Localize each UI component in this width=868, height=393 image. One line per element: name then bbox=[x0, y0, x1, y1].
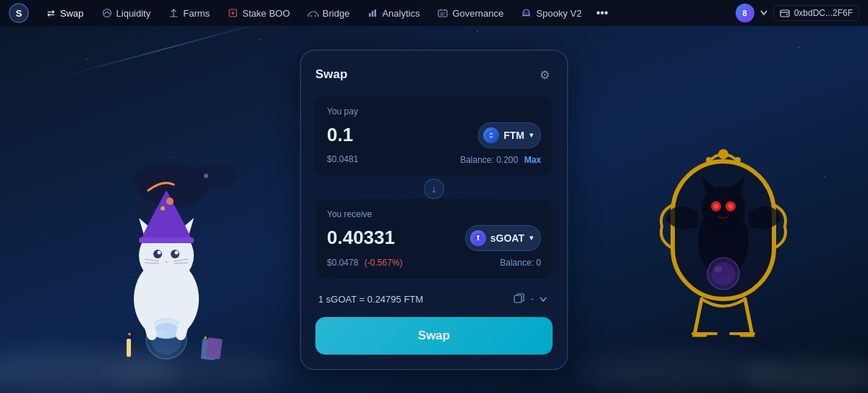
chevron-down-icon bbox=[540, 297, 547, 303]
pay-token-label: FTM bbox=[503, 130, 524, 141]
price-expand-button[interactable] bbox=[537, 292, 550, 306]
swap-card-header: Swap ⚙ bbox=[315, 65, 553, 85]
svg-point-11 bbox=[786, 14, 788, 15]
pay-balance-container: Balance: 0.200 Max bbox=[460, 153, 541, 166]
svg-point-18 bbox=[161, 206, 165, 211]
svg-rect-45 bbox=[514, 295, 522, 303]
swap-card: Swap ⚙ You pay 0.1 FTM ▾ $0.0481 bbox=[300, 50, 568, 370]
price-copy-button[interactable] bbox=[511, 292, 528, 307]
settings-button[interactable]: ⚙ bbox=[537, 65, 553, 85]
svg-rect-6 bbox=[375, 9, 377, 17]
svg-point-12 bbox=[125, 155, 221, 225]
nav-item-farms[interactable]: Farms bbox=[161, 4, 217, 22]
svg-rect-16 bbox=[139, 237, 194, 243]
price-separator: - bbox=[531, 294, 534, 304]
light-trail-deco bbox=[61, 20, 271, 77]
pay-token-box: You pay 0.1 FTM ▾ $0.0481 Balance: 0.200… bbox=[315, 96, 553, 176]
svg-rect-4 bbox=[369, 13, 371, 17]
nav-label-analytics: Analytics bbox=[382, 8, 420, 19]
svg-point-23 bbox=[146, 318, 187, 359]
nav-item-liquidity[interactable]: Liquidity bbox=[94, 4, 158, 22]
svg-rect-27 bbox=[203, 342, 207, 357]
svg-point-24 bbox=[150, 323, 182, 355]
nav-more-button[interactable]: ••• bbox=[592, 5, 613, 21]
nav-right: 8 0xbdDC...2F6F bbox=[736, 4, 859, 22]
max-button[interactable]: Max bbox=[524, 155, 541, 165]
svg-point-39 bbox=[728, 204, 733, 209]
swap-direction-arrow-icon: ↓ bbox=[432, 183, 437, 195]
app-logo[interactable]: S bbox=[9, 3, 29, 23]
nav-label-governance: Governance bbox=[452, 8, 503, 19]
svg-rect-10 bbox=[780, 10, 789, 17]
svg-point-41 bbox=[712, 262, 735, 285]
farms-nav-icon bbox=[168, 7, 179, 19]
receive-token-selector[interactable]: sGOAT ▾ bbox=[465, 225, 541, 251]
svg-point-14 bbox=[134, 259, 199, 339]
swap-card-title: Swap bbox=[315, 67, 347, 82]
pay-balance-value: 0.200 bbox=[496, 155, 518, 165]
pay-token-selector[interactable]: FTM ▾ bbox=[478, 122, 541, 148]
receive-token-row: 0.40331 sGOAT ▾ bbox=[327, 225, 541, 251]
swap-direction-container: ↓ bbox=[315, 179, 553, 199]
liquidity-nav-icon bbox=[101, 7, 113, 19]
nav-label-stake: Stake BOO bbox=[242, 8, 290, 19]
svg-point-42 bbox=[713, 266, 723, 274]
wallet-icon bbox=[780, 8, 790, 18]
gear-icon: ⚙ bbox=[540, 69, 550, 81]
swap-button[interactable]: Swap bbox=[315, 317, 553, 355]
svg-rect-28 bbox=[201, 339, 217, 360]
nav-avatar[interactable]: 8 bbox=[736, 4, 754, 22]
receive-amount[interactable]: 0.40331 bbox=[327, 227, 395, 249]
pay-amount[interactable]: 0.1 bbox=[327, 124, 353, 146]
spooky-nav-icon bbox=[521, 7, 532, 19]
svg-point-20 bbox=[171, 250, 179, 258]
svg-point-31 bbox=[718, 149, 728, 159]
svg-rect-5 bbox=[372, 11, 374, 17]
nav-item-bridge[interactable]: Bridge bbox=[300, 4, 357, 22]
main-content: Swap ⚙ You pay 0.1 FTM ▾ $0.0481 bbox=[0, 26, 868, 393]
receive-price-diff: (-0.567%) bbox=[365, 258, 403, 268]
wallet-address-button[interactable]: 0xbdDC...2F6F bbox=[773, 5, 859, 21]
receive-token-label: sGOAT bbox=[490, 232, 524, 244]
nav-item-swap[interactable]: ⇄ Swap bbox=[38, 4, 91, 22]
svg-point-36 bbox=[711, 201, 721, 211]
receive-token-box: You receive 0.40331 sGOAT ▾ $0.0478 (-0.… bbox=[315, 199, 553, 279]
svg-point-34 bbox=[698, 205, 749, 277]
price-info-text: 1 sGOAT = 0.24795 FTM bbox=[318, 294, 423, 305]
swap-nav-icon: ⇄ bbox=[45, 7, 56, 19]
nav-label-farms: Farms bbox=[183, 8, 210, 19]
receive-balance-label: Balance: bbox=[500, 258, 536, 268]
receive-balance-value: 0 bbox=[536, 258, 541, 268]
svg-point-21 bbox=[158, 251, 161, 255]
svg-point-13 bbox=[204, 174, 208, 178]
svg-rect-29 bbox=[205, 337, 223, 360]
nav-label-liquidity: Liquidity bbox=[116, 8, 151, 19]
svg-text:S: S bbox=[16, 8, 22, 19]
left-decoration bbox=[87, 132, 246, 364]
svg-rect-30 bbox=[673, 161, 774, 299]
governance-nav-icon bbox=[437, 7, 448, 19]
svg-point-17 bbox=[166, 198, 174, 205]
nav-item-analytics[interactable]: Analytics bbox=[359, 4, 427, 22]
analytics-nav-icon bbox=[367, 7, 378, 19]
svg-point-43 bbox=[487, 130, 496, 140]
svg-rect-26 bbox=[127, 339, 131, 357]
nav-item-governance[interactable]: Governance bbox=[430, 4, 511, 22]
nav-item-stake[interactable]: Stake BOO bbox=[220, 4, 297, 22]
receive-label: You receive bbox=[327, 209, 541, 219]
receive-usd-container: $0.0478 (-0.567%) bbox=[327, 255, 403, 269]
svg-point-33 bbox=[735, 157, 741, 163]
swap-direction-button[interactable]: ↓ bbox=[424, 179, 444, 199]
svg-point-22 bbox=[175, 251, 179, 255]
avatar-chevron-icon bbox=[760, 10, 767, 16]
nav-item-spooky[interactable]: Spooky V2 bbox=[514, 4, 589, 22]
svg-point-19 bbox=[153, 250, 162, 258]
sgoat-token-icon bbox=[470, 230, 486, 246]
receive-usd-value: $0.0478 bbox=[327, 258, 358, 268]
pay-label: You pay bbox=[327, 106, 541, 117]
svg-point-37 bbox=[726, 201, 736, 211]
pay-usd-value: $0.0481 bbox=[327, 154, 358, 164]
svg-point-35 bbox=[702, 187, 745, 230]
price-actions: - bbox=[511, 292, 550, 307]
svg-point-9 bbox=[527, 12, 529, 14]
